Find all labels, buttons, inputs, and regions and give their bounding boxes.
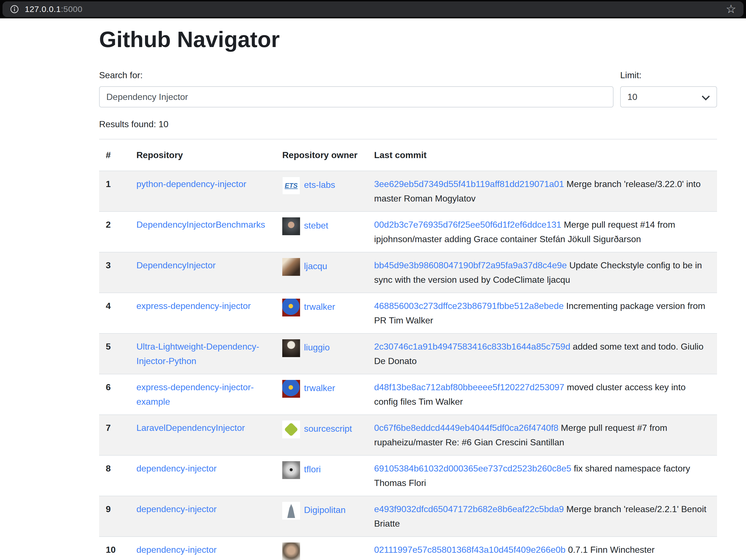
- row-index: 8: [99, 455, 130, 496]
- repo-link[interactable]: dependency-injector: [136, 545, 217, 555]
- search-form: Search for: Limit: 10: [99, 68, 717, 108]
- url-host: 127.0.0.1: [25, 4, 61, 13]
- owner-avatar[interactable]: [282, 217, 300, 235]
- commit-cell: 3ee629eb5d7349d55f41b119aff81dd219071a01…: [367, 171, 717, 211]
- owner-avatar[interactable]: [282, 258, 300, 276]
- owner-link[interactable]: liuggio: [304, 342, 330, 352]
- owner-cell: Digipolitan: [276, 496, 367, 537]
- info-icon[interactable]: [10, 4, 19, 14]
- table-row: 7 LaravelDependencyInjector sourcescript…: [99, 415, 717, 455]
- row-index: 7: [99, 415, 130, 455]
- repo-cell: dependency-injector: [130, 496, 276, 537]
- owner-avatar[interactable]: [282, 542, 300, 560]
- table-row: 8 dependency-injector tflori 69105384b61…: [99, 455, 717, 496]
- header-repository: Repository: [130, 139, 276, 171]
- repo-link[interactable]: express-dependency-injector-example: [136, 382, 254, 407]
- repo-link[interactable]: LaravelDependencyInjector: [136, 423, 245, 433]
- table-header-row: # Repository Repository owner Last commi…: [99, 139, 717, 171]
- header-index: #: [99, 139, 130, 171]
- owner-link[interactable]: sourcescript: [304, 423, 352, 434]
- table-row: 6 express-dependency-injector-example tr…: [99, 374, 717, 415]
- repo-cell: DependencyInjector: [130, 252, 276, 293]
- table-row: 3 DependencyInjector ljacqu bb45d9e3b986…: [99, 252, 717, 293]
- owner-link[interactable]: stebet: [304, 220, 328, 231]
- repo-cell: express-dependency-injector: [130, 293, 276, 333]
- commit-sha-link[interactable]: d48f13be8ac712abf80bbeeee5f120227d253097: [374, 382, 564, 392]
- owner-avatar[interactable]: [282, 420, 300, 438]
- table-row: 9 dependency-injector Digipolitan e493f9…: [99, 496, 717, 537]
- table-row: 1 python-dependency-injector ETSets-labs…: [99, 171, 717, 211]
- commit-cell: 2c30746c1a91b4947583416c833b1644a85c759d…: [367, 333, 717, 374]
- header-owner: Repository owner: [276, 139, 367, 171]
- owner-avatar[interactable]: [282, 461, 300, 479]
- commit-cell: bb45d9e3b98608047190bf72a95fa9a37d8c4e9e…: [367, 252, 717, 293]
- owner-cell: FinnWinchester: [276, 537, 367, 560]
- owner-avatar[interactable]: [282, 502, 300, 520]
- limit-select[interactable]: 10: [620, 86, 717, 108]
- repo-link[interactable]: python-dependency-injector: [136, 179, 246, 189]
- commit-sha-link[interactable]: 02111997e57c85801368f43a10d45f409e266e0b: [374, 545, 566, 555]
- owner-avatar[interactable]: [282, 339, 300, 357]
- table-row: 2 DependencyInjectorBenchmarks stebet 00…: [99, 211, 717, 252]
- search-input[interactable]: [99, 86, 613, 108]
- repo-link[interactable]: express-dependency-injector: [136, 301, 251, 311]
- commit-sha-link[interactable]: 00d2b3c7e76935d76f25ee50f6d1f2ef6ddce131: [374, 219, 562, 230]
- repo-link[interactable]: dependency-injector: [136, 504, 217, 514]
- commit-sha-link[interactable]: 468856003c273dffce23b86791fbbe512a8ebede: [374, 301, 564, 311]
- owner-link[interactable]: trwalker: [304, 383, 335, 393]
- commit-sha-link[interactable]: 0c67f6be8eddcd4449eb4044f5df0ca26f4740f8: [374, 423, 558, 433]
- owner-link[interactable]: Digipolitan: [304, 505, 345, 515]
- commit-sha-link[interactable]: bb45d9e3b98608047190bf72a95fa9a37d8c4e9e: [374, 260, 567, 270]
- owner-cell: sourcescript: [276, 415, 367, 455]
- url-text[interactable]: 127.0.0.1:5000: [25, 4, 82, 14]
- bookmark-star-icon[interactable]: ☆: [726, 3, 736, 15]
- owner-link[interactable]: ets-labs: [304, 180, 335, 190]
- owner-link[interactable]: trwalker: [304, 302, 335, 312]
- owner-avatar[interactable]: [282, 380, 300, 398]
- table-row: 5 Ultra-Lightweight-Dependency-Injector-…: [99, 333, 717, 374]
- browser-chrome: 127.0.0.1:5000 ☆: [0, 0, 746, 18]
- commit-cell: 00d2b3c7e76935d76f25ee50f6d1f2ef6ddce131…: [367, 211, 717, 252]
- owner-cell: ETSets-labs: [276, 171, 367, 211]
- owner-cell: liuggio: [276, 333, 367, 374]
- commit-cell: 02111997e57c85801368f43a10d45f409e266e0b…: [367, 537, 717, 560]
- owner-cell: tflori: [276, 455, 367, 496]
- commit-sha-link[interactable]: 2c30746c1a91b4947583416c833b1644a85c759d: [374, 342, 570, 352]
- row-index: 4: [99, 293, 130, 333]
- commit-sha-link[interactable]: 3ee629eb5d7349d55f41b119aff81dd219071a01: [374, 179, 564, 189]
- repo-link[interactable]: DependencyInjector: [136, 260, 216, 270]
- commit-cell: 468856003c273dffce23b86791fbbe512a8ebede…: [367, 293, 717, 333]
- search-label: Search for:: [99, 68, 613, 82]
- owner-link[interactable]: tflori: [304, 464, 321, 474]
- repo-link[interactable]: DependencyInjectorBenchmarks: [136, 219, 265, 230]
- row-index: 2: [99, 211, 130, 252]
- owner-cell: stebet: [276, 211, 367, 252]
- results-table: # Repository Repository owner Last commi…: [99, 139, 717, 560]
- row-index: 3: [99, 252, 130, 293]
- commit-sha-link[interactable]: 69105384b61032d000365ee737cd2523b260c8e5: [374, 464, 571, 473]
- owner-avatar[interactable]: ETS: [282, 177, 300, 195]
- limit-group: Limit: 10: [620, 68, 717, 108]
- limit-select-wrap: 10: [620, 86, 717, 108]
- page-title: Github Navigator: [99, 26, 717, 53]
- address-bar[interactable]: 127.0.0.1:5000 ☆: [2, 1, 744, 17]
- page-content: Github Navigator Search for: Limit: 10 R…: [0, 18, 717, 560]
- repo-cell: python-dependency-injector: [130, 171, 276, 211]
- owner-avatar[interactable]: [282, 299, 300, 317]
- table-row: 4 express-dependency-injector trwalker 4…: [99, 293, 717, 333]
- search-group: Search for:: [99, 68, 613, 108]
- repo-cell: Ultra-Lightweight-Dependency-Injector-Py…: [130, 333, 276, 374]
- repo-cell: DependencyInjectorBenchmarks: [130, 211, 276, 252]
- commit-sha-link[interactable]: e493f9032dfcd65047172b682e8b6eaf22c5bda9: [374, 504, 564, 514]
- url-port: :5000: [61, 4, 83, 13]
- row-index: 10: [99, 537, 130, 560]
- repo-cell: dependency-injector: [130, 455, 276, 496]
- repo-link[interactable]: dependency-injector: [136, 464, 217, 473]
- repo-cell: express-dependency-injector-example: [130, 374, 276, 415]
- repo-cell: dependency-injector: [130, 537, 276, 560]
- results-table-body: 1 python-dependency-injector ETSets-labs…: [99, 171, 717, 560]
- repo-link[interactable]: Ultra-Lightweight-Dependency-Injector-Py…: [136, 342, 259, 366]
- commit-cell: 0c67f6be8eddcd4449eb4044f5df0ca26f4740f8…: [367, 415, 717, 455]
- owner-cell: trwalker: [276, 293, 367, 333]
- owner-link[interactable]: ljacqu: [304, 261, 327, 271]
